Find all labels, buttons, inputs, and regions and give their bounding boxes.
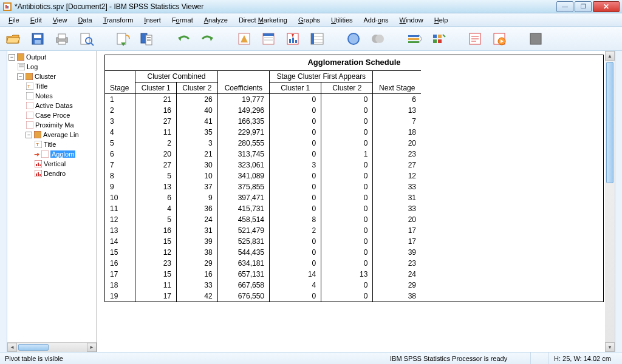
table-row[interactable]: 12524458,5148020 <box>105 214 421 225</box>
table-row[interactable]: 141539525,8310017 <box>105 236 421 247</box>
cell: 657,131 <box>217 269 269 280</box>
collapse-icon[interactable]: − <box>17 73 24 80</box>
tree-node-notes[interactable]: Notes <box>9 91 97 101</box>
close-button[interactable]: ✕ <box>593 1 620 12</box>
table-row[interactable]: 8510341,0890012 <box>105 170 421 181</box>
table-row[interactable]: 21640149,2960013 <box>105 105 421 116</box>
variables-icon[interactable] <box>307 29 327 49</box>
designate-window-icon[interactable] <box>465 29 485 49</box>
select-cases-icon[interactable] <box>344 29 363 49</box>
run-pending-icon[interactable] <box>490 29 509 49</box>
create-graph-icon[interactable] <box>526 29 545 49</box>
menu-data[interactable]: Data <box>73 15 97 25</box>
cell: 23 <box>373 149 421 160</box>
recall-dialog-icon[interactable] <box>137 29 157 49</box>
cell: 0 <box>270 258 321 269</box>
table-row[interactable]: 1069397,4710031 <box>105 192 421 203</box>
menu-analyze[interactable]: Analyze <box>199 15 233 25</box>
table-row[interactable]: 72730323,0613027 <box>105 160 421 170</box>
undo-icon[interactable] <box>174 29 193 49</box>
value-labels-icon[interactable] <box>368 29 388 49</box>
save-icon[interactable] <box>28 29 47 49</box>
cell: 341,089 <box>217 170 269 181</box>
menu-graphs[interactable]: Graphs <box>293 15 325 25</box>
cell: 11 <box>135 127 177 138</box>
pivot-table[interactable]: Agglomeration Schedule Cluster CombinedS… <box>104 55 604 302</box>
goto-variable-icon[interactable] <box>283 29 302 49</box>
table-row[interactable]: 1212619,777006 <box>105 94 421 106</box>
scroll-up-icon[interactable]: ▲ <box>605 51 615 61</box>
table-row[interactable]: 181133667,6584029 <box>105 280 421 291</box>
redo-icon[interactable] <box>198 29 217 49</box>
menu-utilities[interactable]: Utilities <box>326 15 357 25</box>
table-row[interactable]: 191742676,5500038 <box>105 291 421 302</box>
scroll-thumb[interactable] <box>606 62 613 183</box>
tree-node-active-dataset[interactable]: Active Datas <box>9 101 97 110</box>
minimize-button[interactable]: — <box>556 1 573 12</box>
tree-node-dendro[interactable]: Dendro <box>9 169 97 178</box>
viewer-pane[interactable]: Agglomeration Schedule Cluster CombinedS… <box>97 51 615 352</box>
collapse-icon[interactable]: − <box>9 54 15 61</box>
tree-node-avg-title[interactable]: T Title <box>9 140 97 149</box>
tree-node-cluster[interactable]: − Cluster <box>9 72 97 81</box>
menu-edit[interactable]: Edit <box>26 15 47 25</box>
goto-case-icon[interactable] <box>259 29 278 49</box>
tree-node-vertical[interactable]: Vertical <box>9 159 97 169</box>
menu-view[interactable]: View <box>48 15 72 25</box>
svg-rect-25 <box>289 39 291 43</box>
scroll-track[interactable] <box>605 61 615 342</box>
collapse-icon[interactable]: − <box>26 132 32 138</box>
table-row[interactable]: 131631521,4792017 <box>105 225 421 236</box>
tree-node-title[interactable]: T Title <box>9 81 97 91</box>
cell: 13 <box>135 181 177 192</box>
menu-file[interactable]: File <box>4 15 24 25</box>
menu-addons[interactable]: Add-ons <box>359 15 394 25</box>
use-sets-icon[interactable] <box>405 29 424 49</box>
export-icon[interactable] <box>113 29 132 49</box>
cell: 13 <box>105 225 135 236</box>
cell: 38 <box>373 291 421 302</box>
table-row[interactable]: 11436415,7310033 <box>105 203 421 214</box>
menu-help[interactable]: Help <box>429 15 453 25</box>
table-row[interactable]: 62021313,7450123 <box>105 149 421 160</box>
table-row[interactable]: 151238544,4350039 <box>105 247 421 258</box>
goto-data-icon[interactable] <box>234 29 254 49</box>
app-icon <box>2 2 12 12</box>
table-row[interactable]: 41135229,9710018 <box>105 127 421 138</box>
table-row[interactable]: 32741166,335007 <box>105 116 421 127</box>
menu-format[interactable]: Format <box>167 15 198 25</box>
svg-rect-60 <box>26 121 33 129</box>
print-preview-icon[interactable] <box>77 29 96 49</box>
viewer-vscrollbar[interactable]: ▲ ▼ <box>605 51 615 352</box>
table-row[interactable]: 523280,5550020 <box>105 138 421 149</box>
menu-insert[interactable]: Insert <box>139 15 166 25</box>
cell: 10 <box>105 192 135 203</box>
menu-window[interactable]: Window <box>395 15 428 25</box>
scroll-left-icon[interactable]: ◄ <box>7 343 17 352</box>
tree-node-output[interactable]: − Output <box>9 52 97 62</box>
table-row[interactable]: 162329634,1810023 <box>105 258 421 269</box>
menu-transform[interactable]: Transform <box>98 15 138 25</box>
maximize-button[interactable]: ❐ <box>575 1 592 12</box>
folder-icon <box>33 130 42 139</box>
open-icon[interactable] <box>4 29 23 49</box>
outline-pane[interactable]: − Output Log − Cluster T Title Notes <box>7 51 97 352</box>
cell: 0 <box>270 105 321 116</box>
print-icon[interactable] <box>52 29 72 49</box>
tree-node-log[interactable]: Log <box>9 62 97 72</box>
scroll-down-icon[interactable]: ▼ <box>605 342 615 352</box>
scroll-track[interactable] <box>17 343 87 352</box>
tree-node-average-linkage[interactable]: − Average Lin <box>9 130 97 140</box>
outline-hscrollbar[interactable]: ◄ ► <box>7 342 97 352</box>
tree-node-case-processing[interactable]: Case Proce <box>9 110 97 120</box>
scroll-thumb[interactable] <box>18 344 49 351</box>
tree-node-proximity[interactable]: Proximity Ma <box>9 120 97 130</box>
show-all-icon[interactable] <box>429 29 448 49</box>
scroll-right-icon[interactable]: ► <box>87 343 97 352</box>
tree-node-agglom[interactable]: ➔ Agglom <box>9 149 97 159</box>
cell: 397,471 <box>217 192 269 203</box>
svg-rect-57 <box>26 92 33 99</box>
table-row[interactable]: 171516657,131141324 <box>105 269 421 280</box>
menu-direct-marketing[interactable]: Direct Marketing <box>234 15 292 25</box>
table-row[interactable]: 91337375,8550033 <box>105 181 421 192</box>
